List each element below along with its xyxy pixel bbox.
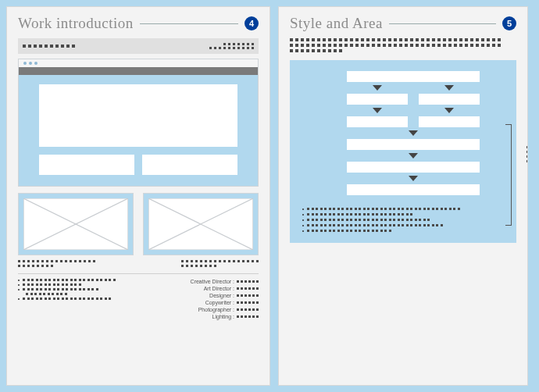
bracket-annotation [527, 146, 528, 162]
credit-label: Lighting : [212, 314, 234, 319]
down-arrow-icon [409, 176, 418, 181]
down-arrow-icon [373, 85, 382, 91]
flow-node [347, 184, 480, 195]
credit-label: Creative Director : [191, 279, 234, 284]
bracket-icon [505, 124, 512, 226]
caption-block [18, 260, 259, 267]
style-and-area-panel: Style and Area 5 [278, 6, 528, 386]
flow-node [347, 94, 408, 105]
flow-node [419, 94, 480, 105]
flow-node [347, 71, 480, 82]
panel-title: Style and Area [290, 15, 383, 32]
window-control-dot [34, 62, 37, 65]
flow-node [419, 116, 480, 127]
down-arrow-icon [444, 108, 454, 113]
window-control-dot [23, 62, 27, 65]
browser-viewport [19, 75, 258, 186]
intro-placeholder-text [290, 38, 516, 52]
panel-title: Work introduction [18, 15, 134, 32]
credit-label: Copywriter : [205, 300, 234, 305]
credits-list: Creative Director : Art Director : Desig… [141, 279, 259, 319]
divider-line [18, 273, 259, 274]
section-header-bar [18, 38, 259, 54]
thumbnail [143, 193, 259, 255]
credit-label: Photographer : [198, 307, 234, 312]
panel-header: Style and Area 5 [290, 15, 516, 32]
credit-label: Art Director : [204, 286, 234, 291]
panel-header: Work introduction 4 [18, 15, 259, 32]
badge-number: 5 [502, 16, 516, 30]
work-introduction-panel: Work introduction 4 [6, 6, 270, 386]
credit-label: Designer : [209, 293, 234, 298]
browser-toolbar [19, 67, 258, 75]
browser-mockup [18, 59, 259, 187]
title-divider [389, 23, 496, 24]
window-control-dot [29, 62, 32, 65]
placeholder-text [209, 43, 254, 49]
browser-titlebar [19, 59, 258, 67]
content-block [39, 155, 134, 175]
thumbnail-row [18, 193, 259, 255]
flow-node [347, 116, 408, 127]
down-arrow-icon [409, 130, 418, 136]
flow-node [347, 162, 480, 173]
badge-number: 4 [245, 16, 259, 30]
thumbnail [18, 193, 134, 255]
down-arrow-icon [373, 108, 382, 113]
hero-block [39, 84, 237, 147]
down-arrow-icon [409, 153, 418, 159]
bullet-list [18, 279, 134, 319]
down-arrow-icon [444, 85, 454, 91]
content-block [142, 155, 237, 175]
flow-bullet-list [302, 208, 505, 232]
placeholder-text [23, 45, 75, 48]
flowchart-diagram [290, 60, 516, 243]
title-divider [140, 23, 238, 24]
flow-node [347, 139, 480, 150]
